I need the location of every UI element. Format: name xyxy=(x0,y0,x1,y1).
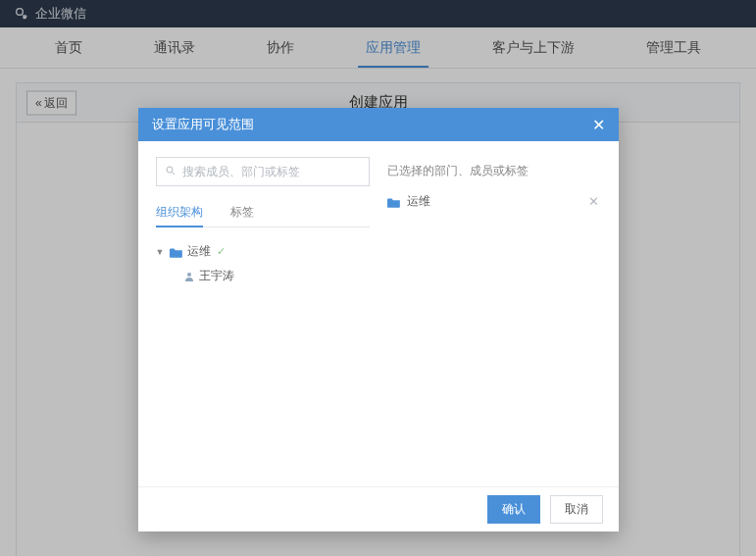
check-icon: ✓ xyxy=(217,245,226,258)
caret-down-icon: ▼ xyxy=(156,247,166,257)
search-input[interactable] xyxy=(182,165,361,178)
person-icon xyxy=(183,271,195,282)
modal-overlay: 设置应用可见范围 ✕ 组织架构 标签 ▼ xyxy=(0,0,756,556)
tree-children: 王宇涛 xyxy=(156,266,370,286)
dialog-left-pane: 组织架构 标签 ▼ 运维 ✓ xyxy=(156,157,370,477)
tree-node-root[interactable]: ▼ 运维 ✓ xyxy=(156,241,370,262)
selected-item-label: 运维 xyxy=(407,193,430,210)
dialog-body: 组织架构 标签 ▼ 运维 ✓ xyxy=(138,141,619,486)
folder-icon xyxy=(387,196,401,208)
search-box[interactable] xyxy=(156,157,370,186)
search-icon xyxy=(165,165,176,179)
dialog-title: 设置应用可见范围 xyxy=(152,116,254,133)
dialog-right-pane: 已选择的部门、成员或标签 运维 ✕ xyxy=(387,157,601,477)
tree-node-label: 王宇涛 xyxy=(199,268,234,284)
confirm-button[interactable]: 确认 xyxy=(487,495,540,524)
folder-icon xyxy=(170,246,183,258)
close-icon[interactable]: ✕ xyxy=(592,116,605,134)
svg-line-2 xyxy=(172,172,175,175)
svg-point-1 xyxy=(167,167,173,173)
org-tree: ▼ 运维 ✓ 王宇涛 xyxy=(156,241,370,286)
dialog-subtabs: 组织架构 标签 xyxy=(156,198,370,227)
tree-node-label: 运维 xyxy=(187,243,211,260)
selected-title: 已选择的部门、成员或标签 xyxy=(387,157,601,179)
dialog-header: 设置应用可见范围 ✕ xyxy=(138,108,619,141)
subtab-org[interactable]: 组织架构 xyxy=(156,198,203,227)
remove-icon[interactable]: ✕ xyxy=(588,194,601,209)
tree-node-person[interactable]: 王宇涛 xyxy=(183,266,370,286)
svg-point-3 xyxy=(187,273,191,277)
cancel-button[interactable]: 取消 xyxy=(550,495,603,524)
selected-item: 运维 ✕ xyxy=(387,191,601,212)
visibility-dialog: 设置应用可见范围 ✕ 组织架构 标签 ▼ xyxy=(138,108,619,531)
dialog-footer: 确认 取消 xyxy=(138,486,619,531)
subtab-tags[interactable]: 标签 xyxy=(230,198,254,227)
